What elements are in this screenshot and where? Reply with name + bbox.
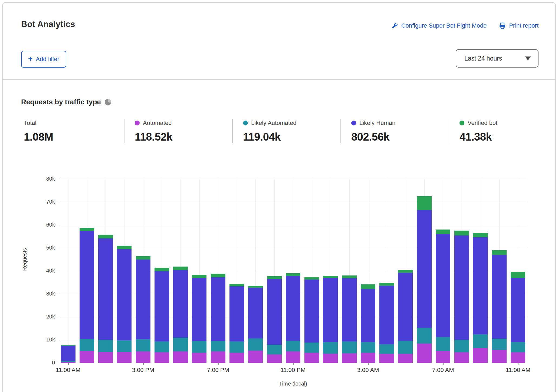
bar-segment-likely-human <box>192 278 206 341</box>
bar-group[interactable] <box>378 179 396 363</box>
x-tick-label: 3:00 PM <box>132 367 154 374</box>
plot-area: 010k20k30k40k50k60k70k80k <box>59 179 527 363</box>
x-axis-title: Time (local) <box>279 381 307 387</box>
bar-segment-automated <box>454 352 469 363</box>
stat-total: Total 1.08M <box>21 119 124 143</box>
bar-stack <box>155 268 169 363</box>
bar-segment-automated <box>323 354 338 363</box>
y-tick <box>56 294 59 294</box>
bar-segment-verified-bot <box>436 230 450 234</box>
automated-dot <box>135 121 140 125</box>
bar-segment-likely-human <box>473 237 488 335</box>
bar-segment-automated <box>361 353 375 363</box>
x-tick <box>218 363 219 365</box>
configure-super-bot-fight-mode-link[interactable]: Configure Super Bot Fight Mode <box>391 22 487 29</box>
bar-group[interactable] <box>396 179 415 363</box>
bar-stack <box>192 275 206 363</box>
bar-group[interactable] <box>508 179 527 363</box>
stat-verified-bot[interactable]: Verified bot 41.38k <box>449 119 557 143</box>
bar-segment-likely-automated <box>379 344 394 354</box>
bar-group[interactable] <box>415 179 434 363</box>
x-tick <box>368 363 369 365</box>
traffic-type-legend: Total 1.08M Automated 118.52k Likely Aut… <box>21 119 557 143</box>
print-report-link[interactable]: Print report <box>499 22 539 29</box>
x-tick <box>293 363 294 365</box>
bar-group[interactable] <box>152 179 171 363</box>
bar-group[interactable] <box>265 179 284 363</box>
time-range-dropdown[interactable]: Last 24 hours <box>456 49 539 68</box>
bar-group[interactable] <box>171 179 190 363</box>
bar-group[interactable] <box>115 179 134 363</box>
y-tick-label: 50k <box>36 245 55 251</box>
bar-segment-likely-automated <box>417 328 432 344</box>
bar-group[interactable] <box>302 179 321 363</box>
y-tick-label: 80k <box>36 176 55 182</box>
bar-stack <box>342 275 357 363</box>
printer-icon <box>499 22 506 29</box>
bar-group[interactable] <box>77 179 96 363</box>
bar-group[interactable] <box>490 179 508 363</box>
stat-likely-human[interactable]: Likely Human 802.56k <box>340 119 449 143</box>
stat-automated[interactable]: Automated 118.52k <box>124 119 232 143</box>
bar-group[interactable] <box>452 179 471 363</box>
bar-segment-verified-bot <box>192 275 206 278</box>
bar-stack <box>417 196 432 363</box>
y-tick-label: 60k <box>36 222 55 228</box>
bar-segment-verified-bot <box>417 196 432 210</box>
bar-segment-likely-human <box>323 278 338 342</box>
bar-segment-likely-automated <box>286 341 300 351</box>
wrench-icon <box>391 22 398 29</box>
bar-group[interactable] <box>340 179 359 363</box>
y-tick-label: 20k <box>36 314 55 320</box>
bar-group[interactable] <box>134 179 152 363</box>
bar-segment-automated <box>98 352 113 363</box>
x-tick <box>443 363 444 365</box>
bar-group[interactable] <box>209 179 227 363</box>
bar-group[interactable] <box>359 179 377 363</box>
x-tick <box>68 363 69 365</box>
requests-stacked-bar-chart: Requests 010k20k30k40k50k60k70k80k 11:00… <box>3 176 556 392</box>
x-tick-label: 11:00 PM <box>281 367 306 374</box>
bar-group[interactable] <box>321 179 340 363</box>
stat-likely-automated[interactable]: Likely Automated 119.04k <box>232 119 340 143</box>
y-tick-label: 10k <box>36 337 55 343</box>
bar-segment-automated <box>473 348 488 363</box>
bar-segment-likely-human <box>511 278 525 343</box>
bar-segment-likely-automated <box>117 340 132 352</box>
bar-group[interactable] <box>190 179 209 363</box>
bar-segment-likely-automated <box>342 341 357 353</box>
bar-group[interactable] <box>96 179 115 363</box>
bar-segment-likely-automated <box>211 341 225 351</box>
x-tick-label: 7:00 AM <box>432 367 454 374</box>
x-tick-label: 11:00 AM <box>506 367 530 374</box>
bar-segment-likely-automated <box>173 338 188 351</box>
bot-analytics-card: Bot Analytics Configure Super Bot Fight … <box>2 2 556 392</box>
bar-stack <box>454 231 469 363</box>
bar-segment-verified-bot <box>304 277 319 280</box>
bar-group[interactable] <box>227 179 246 363</box>
bar-group[interactable] <box>246 179 265 363</box>
bar-segment-verified-bot <box>211 274 225 277</box>
bar-group[interactable] <box>434 179 452 363</box>
bar-segment-verified-bot <box>361 284 375 289</box>
likely-human-dot <box>351 121 356 125</box>
x-tick-label: 11:00 AM <box>56 367 80 374</box>
bar-stack <box>61 345 76 363</box>
bar-stack <box>361 284 375 363</box>
bar-segment-verified-bot <box>398 270 413 273</box>
bar-segment-verified-bot <box>492 250 507 255</box>
bar-segment-likely-automated <box>454 340 469 352</box>
bar-segment-likely-human <box>155 271 169 341</box>
bar-segment-likely-automated <box>98 340 113 352</box>
add-filter-button[interactable]: + Add filter <box>21 51 66 68</box>
bar-group[interactable] <box>59 179 77 363</box>
bar-segment-likely-human <box>267 279 282 345</box>
bar-segment-automated <box>492 350 507 363</box>
card-header: Bot Analytics Configure Super Bot Fight … <box>3 3 555 80</box>
bar-group[interactable] <box>471 179 490 363</box>
x-tick <box>518 363 518 365</box>
bar-stack <box>98 235 113 363</box>
bar-segment-likely-human <box>454 235 469 340</box>
bar-group[interactable] <box>284 179 302 363</box>
bar-segment-automated <box>173 351 188 363</box>
